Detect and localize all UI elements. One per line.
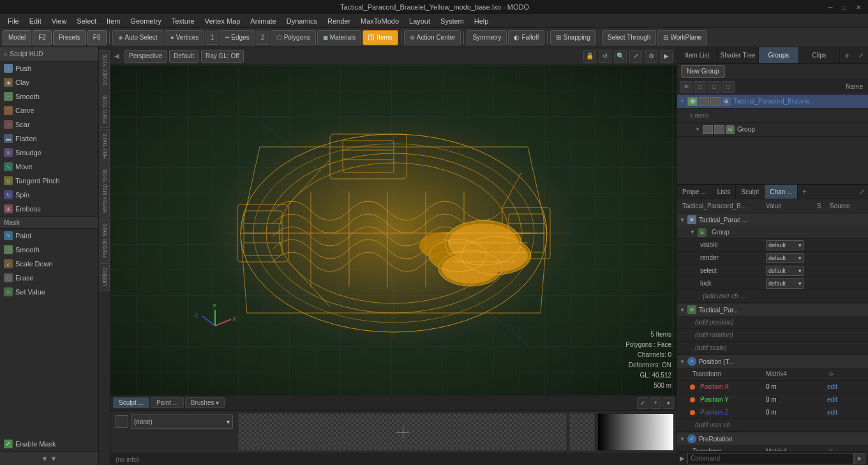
menu-system[interactable]: System xyxy=(435,16,469,26)
prop-tab-sculpt[interactable]: Sculpt xyxy=(736,185,765,199)
prop-row-transform[interactable]: Transform Matrix4 ⚙ xyxy=(677,368,868,381)
brush-color-swatch[interactable] xyxy=(116,415,128,428)
brush-dropdown[interactable]: (none) ▾ xyxy=(131,415,233,429)
tool-emboss[interactable]: ⊞ Emboss xyxy=(0,202,98,216)
tool-push[interactable]: ↑ Push xyxy=(0,61,98,75)
auto-select-button[interactable]: ◈ Auto Select xyxy=(112,30,163,45)
tool-tangent-pinch[interactable]: ⊙ Tangent Pinch xyxy=(0,174,98,188)
more-tools-button[interactable]: ▼ ▼ xyxy=(0,451,98,465)
prop-row-pos-y[interactable]: Position Y 0 m edit xyxy=(677,393,868,406)
menu-file[interactable]: File xyxy=(3,16,24,26)
layer-row-root[interactable]: ▼ 👁 ⊞ Tactical_Paracord_Bracele... xyxy=(677,95,868,109)
model-mode-button[interactable]: Model xyxy=(3,30,31,45)
gear-icon-transform[interactable]: ⚙ xyxy=(828,371,834,377)
workplane-button[interactable]: ⊟ WorkPlane xyxy=(657,30,707,45)
f6-button[interactable]: F6 xyxy=(87,30,107,45)
prop-group-header-tactical-par[interactable]: ▼ ⊡ Tactical_Par... xyxy=(677,303,868,316)
add-rotation-link[interactable]: (add rotation) xyxy=(690,330,738,340)
menu-item[interactable]: Item xyxy=(101,16,125,26)
menu-select[interactable]: Select xyxy=(71,16,101,26)
viewport-lock-icon[interactable]: 🔒 xyxy=(583,50,596,63)
side-tab-sculpt-tools[interactable]: Sculpt Tools xyxy=(100,50,110,89)
layer-vis-root[interactable]: 👁 xyxy=(687,97,698,106)
add-panel-icon[interactable]: + xyxy=(650,397,661,409)
layer-render-root[interactable] xyxy=(699,97,709,106)
prop-subgroup-group[interactable]: ▼ G Group xyxy=(677,226,868,239)
tab-item-list[interactable]: Item List xyxy=(677,47,718,63)
materials-button[interactable]: ◼ Materials xyxy=(317,30,362,45)
menu-texture[interactable]: Texture xyxy=(167,16,200,26)
tool-clay[interactable]: ◉ Clay xyxy=(0,75,98,89)
prop-group-header-prerotation[interactable]: ▼ ✓ PreRotation xyxy=(677,432,868,445)
layer-lock-icon[interactable]: □ xyxy=(708,81,721,93)
prop-row-select[interactable]: select default▾ xyxy=(677,264,868,277)
expand-bottom-icon[interactable]: ⤢ xyxy=(637,397,648,409)
edges-button[interactable]: ━ Edges xyxy=(220,30,255,45)
tool-scale-down[interactable]: ↙ Scale Down xyxy=(0,257,98,271)
minimize-button[interactable]: ─ xyxy=(826,3,835,11)
add-position-link[interactable]: (add position) xyxy=(690,317,739,327)
lock-dropdown[interactable]: default▾ xyxy=(766,278,804,289)
layer-vis-group[interactable] xyxy=(703,125,713,134)
items-button[interactable]: ⚿ Items xyxy=(363,30,398,45)
prop-group-header-tactical[interactable]: ▼ ⊞ Tactical_Parac ... xyxy=(677,213,868,226)
tool-erase[interactable]: ◻ Erase xyxy=(0,271,98,285)
menu-animate[interactable]: Animate xyxy=(245,16,281,26)
prop-tab-lists[interactable]: Lists xyxy=(712,185,737,199)
viewport-expand-icon[interactable]: ▶ xyxy=(660,50,673,63)
add-tab-button[interactable]: + xyxy=(840,47,854,63)
tool-move[interactable]: ⤡ Move xyxy=(0,160,98,174)
add-user-ch1[interactable]: (add user ch ... xyxy=(698,291,751,301)
tool-scar[interactable]: ⌣ Scar xyxy=(0,118,98,132)
side-tab-paint-tools[interactable]: Paint Tools xyxy=(100,91,110,128)
tool-smudge[interactable]: ≋ Smudge xyxy=(0,146,98,160)
tab-shader-tree[interactable]: Shader Tree xyxy=(718,47,759,63)
prop-row-pos-z[interactable]: Position Z 0 m edit xyxy=(677,406,868,419)
prop-expand-icon[interactable]: ⤢ xyxy=(855,185,868,199)
command-input[interactable] xyxy=(687,453,854,464)
prop-src-pos-y[interactable]: edit xyxy=(827,396,865,403)
action-center-button[interactable]: ⊕ Action Center xyxy=(404,30,461,45)
layer-row-group[interactable]: ▼ G Group xyxy=(677,123,868,137)
paint-tab[interactable]: Paint ... xyxy=(151,397,184,408)
prop-row-pos-x[interactable]: Position X 0 m edit xyxy=(677,381,868,393)
viewport-refresh-icon[interactable]: ↺ xyxy=(599,50,611,63)
layer-lock-root[interactable] xyxy=(710,97,721,106)
polygons-button[interactable]: ⬡ Polygons xyxy=(271,30,316,45)
layer-render-icon[interactable]: □ xyxy=(694,81,707,93)
prop-row-lock[interactable]: lock default▾ xyxy=(677,277,868,290)
menu-dynamics[interactable]: Dynamics xyxy=(281,16,322,26)
enable-mask-row[interactable]: ✓ Enable Mask xyxy=(0,437,98,451)
prop-row-visible[interactable]: visible default▾ xyxy=(677,239,868,252)
tool-set-value[interactable]: ≡ Set Value xyxy=(0,285,98,299)
options-bottom-icon[interactable]: ▾ xyxy=(662,397,674,409)
tool-smooth-bottom[interactable]: ~ Smooth xyxy=(0,243,98,257)
layer-vis-icon[interactable]: 👁 xyxy=(680,81,692,93)
menu-layout[interactable]: Layout xyxy=(404,16,435,26)
command-submit-icon[interactable]: ► xyxy=(854,453,865,464)
vertices-button[interactable]: ● Vertices xyxy=(165,30,205,45)
close-button[interactable]: ✕ xyxy=(854,3,863,11)
prop-src-pos-x[interactable]: edit xyxy=(827,383,865,390)
select-through-button[interactable]: Select Through xyxy=(602,30,657,45)
side-tab-vertex-map[interactable]: Vertex Map Tools xyxy=(100,165,110,218)
edges-num[interactable]: 2 xyxy=(257,31,269,45)
menu-maxto-modo[interactable]: MaxToModo xyxy=(355,16,404,26)
shading-button[interactable]: Default xyxy=(169,50,198,63)
layer-lock2-icon[interactable]: □ xyxy=(722,81,735,93)
tool-paint[interactable]: ✎ Paint xyxy=(0,229,98,243)
new-group-button[interactable]: New Group xyxy=(681,65,725,78)
add-user-ch2[interactable]: (add user ch ... xyxy=(690,420,743,430)
sculpt-tab[interactable]: Sculpt ... xyxy=(113,397,149,408)
tool-smooth-top[interactable]: ~ Smooth xyxy=(0,89,98,103)
snapping-button[interactable]: ⊞ Snapping xyxy=(550,30,595,45)
symmetry-button[interactable]: Symmetry xyxy=(467,30,507,45)
presets-button[interactable]: Presets xyxy=(53,30,86,45)
viewport-options-icon[interactable]: ⚙ xyxy=(645,50,657,63)
enable-mask-checkbox[interactable]: ✓ xyxy=(4,439,13,448)
prop-tab-properties[interactable]: Prope ... xyxy=(677,185,712,199)
viewport-fullscreen-icon[interactable]: ⤢ xyxy=(629,50,642,63)
brushes-tab[interactable]: Brushes ▾ xyxy=(185,397,225,408)
add-scale-link[interactable]: (add scale) xyxy=(690,343,731,353)
prop-row-render[interactable]: render default▾ xyxy=(677,252,868,264)
